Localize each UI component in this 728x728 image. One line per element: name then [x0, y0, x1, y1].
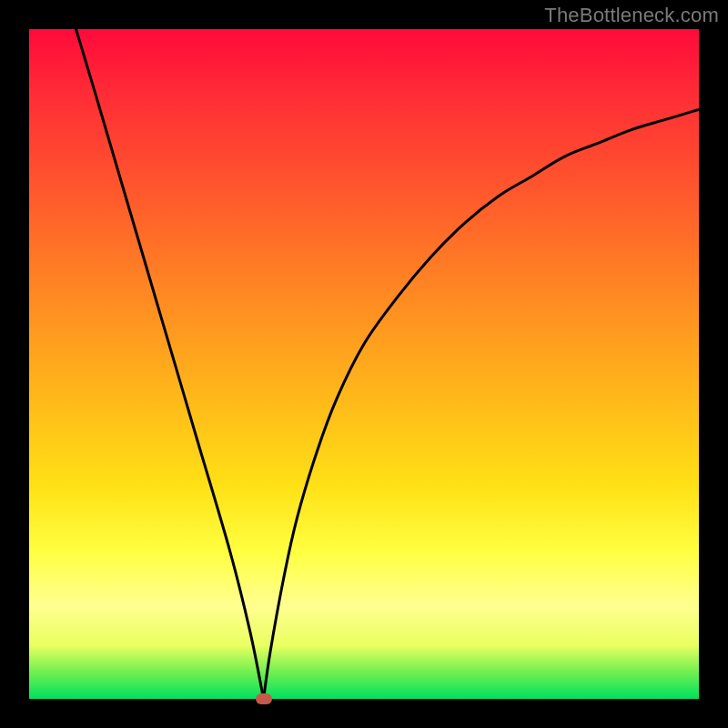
curve-right-branch	[264, 109, 699, 699]
plot-area	[29, 29, 699, 699]
curve-left-branch	[76, 29, 264, 699]
outer-frame: TheBottleneck.com	[0, 0, 728, 728]
optimal-point-marker	[256, 693, 272, 704]
bottleneck-curve	[29, 29, 699, 699]
watermark-text: TheBottleneck.com	[544, 4, 719, 27]
